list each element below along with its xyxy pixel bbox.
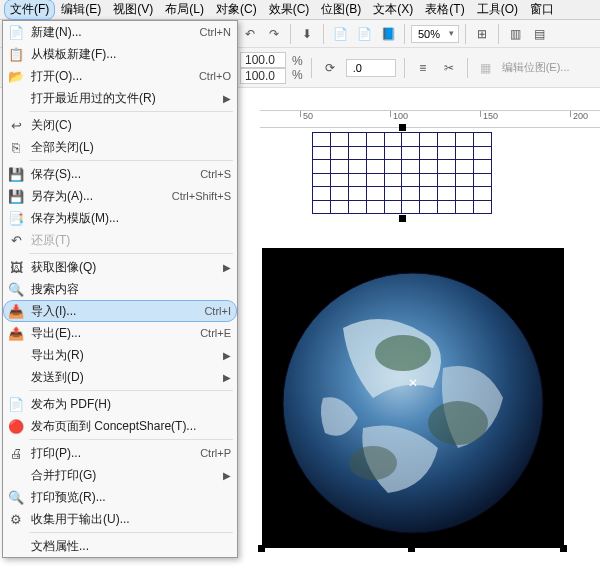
menu-item-6[interactable]: ⎘全部关闭(L) bbox=[3, 136, 237, 158]
guides-icon[interactable]: ▥ bbox=[505, 24, 525, 44]
menu-label: 发布页面到 ConceptShare(T)... bbox=[27, 418, 231, 435]
menu-icon: 🖼 bbox=[5, 258, 27, 276]
menu-icon: 💾 bbox=[5, 165, 27, 183]
redo-icon[interactable]: ↷ bbox=[264, 24, 284, 44]
menu-icon bbox=[5, 89, 27, 107]
menu-item-15[interactable]: 📥导入(I)...Ctrl+I bbox=[3, 300, 237, 322]
menu-item-26[interactable]: ⚙收集用于输出(U)... bbox=[3, 508, 237, 530]
menu-item-2[interactable]: 📂打开(O)...Ctrl+O bbox=[3, 65, 237, 87]
menu-9[interactable]: 工具(O) bbox=[471, 0, 524, 20]
menu-item-8[interactable]: 💾保存(S)...Ctrl+S bbox=[3, 163, 237, 185]
grid-icon[interactable]: ▤ bbox=[529, 24, 549, 44]
svg-point-4 bbox=[349, 446, 397, 480]
handle-mid[interactable] bbox=[399, 215, 406, 222]
menu-item-28[interactable]: 文档属性... bbox=[3, 535, 237, 557]
file-menu: 📄新建(N)...Ctrl+N📋从模板新建(F)...📂打开(O)...Ctrl… bbox=[2, 20, 238, 558]
menu-10[interactable]: 窗口 bbox=[524, 0, 560, 20]
canvas[interactable]: ✕ bbox=[260, 128, 600, 576]
menu-label: 打开最近用过的文件(R) bbox=[27, 90, 223, 107]
menu-item-20[interactable]: 📄发布为 PDF(H) bbox=[3, 393, 237, 415]
rotate-icon[interactable]: ⟳ bbox=[320, 58, 340, 78]
scale-fields[interactable]: 100.0 100.0 bbox=[240, 52, 286, 84]
doc2-icon[interactable]: 📄 bbox=[354, 24, 374, 44]
menu-icon bbox=[5, 537, 27, 555]
menu-shortcut: Ctrl+S bbox=[200, 168, 231, 180]
menu-label: 导出为(R) bbox=[27, 347, 223, 364]
menu-item-24[interactable]: 合并打印(G)▶ bbox=[3, 464, 237, 486]
menu-3[interactable]: 布局(L) bbox=[159, 0, 210, 20]
menu-icon bbox=[5, 346, 27, 364]
menu-4[interactable]: 对象(C) bbox=[210, 0, 263, 20]
zoom-select[interactable]: 50% bbox=[411, 25, 459, 43]
ruler-tick: 150 bbox=[480, 111, 498, 117]
menu-shortcut: Ctrl+I bbox=[204, 305, 231, 317]
menu-item-25[interactable]: 🔍打印预览(R)... bbox=[3, 486, 237, 508]
menu-icon: 📂 bbox=[5, 67, 27, 85]
handle-top[interactable] bbox=[399, 124, 406, 131]
menu-7[interactable]: 文本(X) bbox=[367, 0, 419, 20]
chevron-right-icon: ▶ bbox=[223, 262, 231, 273]
chevron-right-icon: ▶ bbox=[223, 93, 231, 104]
menu-5[interactable]: 效果(C) bbox=[263, 0, 316, 20]
menu-item-10[interactable]: 📑保存为模版(M)... bbox=[3, 207, 237, 229]
crop-icon[interactable]: ✂ bbox=[439, 58, 459, 78]
menu-icon bbox=[5, 368, 27, 386]
menu-shortcut: Ctrl+P bbox=[200, 447, 231, 459]
menu-item-5[interactable]: ↩关闭(C) bbox=[3, 114, 237, 136]
menu-6[interactable]: 位图(B) bbox=[315, 0, 367, 20]
menu-item-21[interactable]: 🔴发布页面到 ConceptShare(T)... bbox=[3, 415, 237, 437]
rotate-input[interactable]: .0 bbox=[346, 59, 396, 77]
menu-item-9[interactable]: 💾另存为(A)...Ctrl+Shift+S bbox=[3, 185, 237, 207]
menu-shortcut: Ctrl+E bbox=[200, 327, 231, 339]
menu-icon: 🖨 bbox=[5, 444, 27, 462]
handle-bl[interactable] bbox=[258, 545, 265, 552]
menu-label: 导出(E)... bbox=[27, 325, 200, 342]
menu-item-13[interactable]: 🖼获取图像(Q)▶ bbox=[3, 256, 237, 278]
menu-item-1[interactable]: 📋从模板新建(F)... bbox=[3, 43, 237, 65]
menu-icon: ⎘ bbox=[5, 138, 27, 156]
ruler-tick: 100 bbox=[390, 111, 408, 117]
menu-icon bbox=[5, 466, 27, 484]
menu-icon: 🔍 bbox=[5, 280, 27, 298]
menu-item-11: ↶还原(T) bbox=[3, 229, 237, 251]
menu-label: 获取图像(Q) bbox=[27, 259, 223, 276]
menu-item-18[interactable]: 发送到(D)▶ bbox=[3, 366, 237, 388]
ruler-tick: 200 bbox=[570, 111, 588, 117]
ruler-horizontal: 50100150200 bbox=[260, 110, 600, 128]
pdf-icon[interactable]: 📘 bbox=[378, 24, 398, 44]
menu-icon: 📄 bbox=[5, 395, 27, 413]
grid-object[interactable] bbox=[312, 132, 492, 214]
doc1-icon[interactable]: 📄 bbox=[330, 24, 350, 44]
menu-0[interactable]: 文件(F) bbox=[4, 0, 55, 20]
menu-label: 导入(I)... bbox=[27, 303, 204, 320]
snap-icon[interactable]: ⊞ bbox=[472, 24, 492, 44]
menu-item-14[interactable]: 🔍搜索内容 bbox=[3, 278, 237, 300]
chevron-right-icon: ▶ bbox=[223, 372, 231, 383]
menu-item-0[interactable]: 📄新建(N)...Ctrl+N bbox=[3, 21, 237, 43]
handle-bm[interactable] bbox=[408, 545, 415, 552]
menu-icon: 🔍 bbox=[5, 488, 27, 506]
import-icon[interactable]: ⬇ bbox=[297, 24, 317, 44]
menu-label: 新建(N)... bbox=[27, 24, 200, 41]
chevron-right-icon: ▶ bbox=[223, 350, 231, 361]
menu-icon: 📄 bbox=[5, 23, 27, 41]
menu-icon: 📤 bbox=[5, 324, 27, 342]
menu-8[interactable]: 表格(T) bbox=[419, 0, 470, 20]
menu-2[interactable]: 视图(V) bbox=[107, 0, 159, 20]
menu-label: 搜索内容 bbox=[27, 281, 231, 298]
handle-br[interactable] bbox=[560, 545, 567, 552]
svg-point-2 bbox=[375, 335, 431, 371]
menu-1[interactable]: 编辑(E) bbox=[55, 0, 107, 20]
menu-item-16[interactable]: 📤导出(E)...Ctrl+E bbox=[3, 322, 237, 344]
menu-item-17[interactable]: 导出为(R)▶ bbox=[3, 344, 237, 366]
earth-image[interactable]: ✕ bbox=[262, 248, 564, 548]
menu-label: 关闭(C) bbox=[27, 117, 231, 134]
menu-label: 还原(T) bbox=[27, 232, 231, 249]
menu-label: 全部关闭(L) bbox=[27, 139, 231, 156]
menu-label: 合并打印(G) bbox=[27, 467, 223, 484]
align-icon[interactable]: ≡ bbox=[413, 58, 433, 78]
menu-item-23[interactable]: 🖨打印(P)...Ctrl+P bbox=[3, 442, 237, 464]
undo-icon[interactable]: ↶ bbox=[240, 24, 260, 44]
menu-item-3[interactable]: 打开最近用过的文件(R)▶ bbox=[3, 87, 237, 109]
menu-label: 打开(O)... bbox=[27, 68, 199, 85]
